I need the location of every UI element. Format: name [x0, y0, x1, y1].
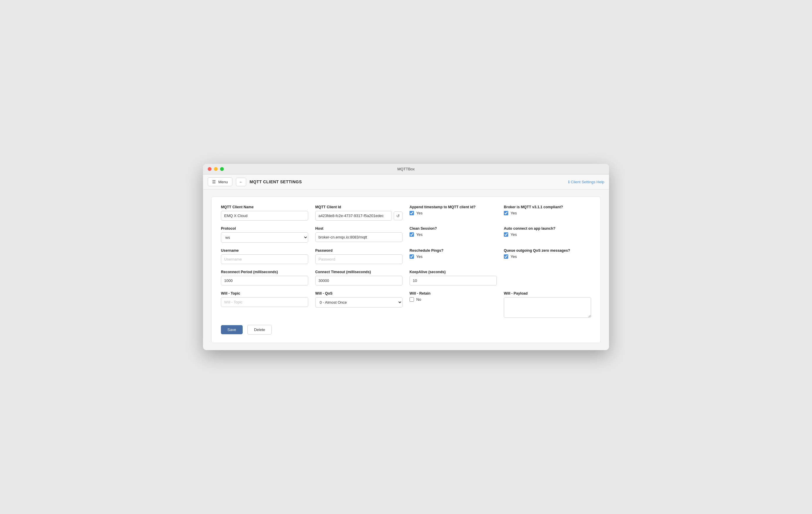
client-id-wrapper: ↺: [315, 211, 403, 220]
window-title: MQTTBox: [397, 167, 414, 171]
protocol-select[interactable]: ws wss mqtt mqtts tcp: [221, 232, 308, 243]
toolbar-left: ☰ Menu ← MQTT CLIENT SETTINGS: [208, 177, 302, 186]
queue-outgoing-checkbox-label: Yes: [511, 254, 517, 259]
password-label: Password: [315, 248, 403, 252]
username-group: Username: [221, 248, 308, 264]
back-button[interactable]: ←: [236, 178, 246, 186]
page-title: MQTT CLIENT SETTINGS: [250, 179, 302, 184]
reschedule-pings-checkbox-group: Yes: [409, 254, 497, 259]
will-retain-label: Will - Retain: [409, 291, 497, 296]
content: MQTT Client Name MQTT Client Id ↺ Append…: [203, 189, 609, 350]
title-bar: MQTTBox: [203, 164, 609, 175]
reconnect-period-group: Reconnect Period (milliseconds): [221, 270, 308, 285]
clean-session-checkbox-row: Yes: [409, 232, 497, 237]
username-input[interactable]: [221, 254, 308, 264]
append-timestamp-checkbox-group: Yes: [409, 211, 497, 215]
will-retain-checkbox-row: No: [409, 297, 497, 302]
reschedule-pings-checkbox[interactable]: [409, 254, 414, 259]
reschedule-pings-group: Reschedule Pings? Yes: [409, 248, 497, 264]
protocol-label: Protocol: [221, 226, 308, 231]
form-card: MQTT Client Name MQTT Client Id ↺ Append…: [211, 196, 601, 343]
info-icon: ℹ: [568, 180, 570, 184]
username-label: Username: [221, 248, 308, 252]
delete-button[interactable]: Delete: [248, 325, 272, 335]
app-window: MQTTBox ☰ Menu ← MQTT CLIENT SETTINGS ℹ …: [203, 164, 609, 350]
will-topic-group: Will - Topic: [221, 291, 308, 318]
host-input[interactable]: [315, 232, 403, 242]
broker-mqtt-checkbox-row: Yes: [504, 211, 591, 215]
auto-connect-checkbox[interactable]: [504, 232, 508, 237]
save-button[interactable]: Save: [221, 325, 243, 334]
refresh-client-id-button[interactable]: ↺: [394, 211, 403, 220]
host-group: Host: [315, 226, 403, 243]
form-grid: MQTT Client Name MQTT Client Id ↺ Append…: [221, 205, 591, 335]
host-label: Host: [315, 226, 403, 231]
back-icon: ←: [239, 180, 243, 184]
hamburger-icon: ☰: [212, 179, 216, 184]
keepalive-label: KeepAlive (seconds): [409, 270, 497, 274]
auto-connect-group: Auto connect on app launch? Yes: [504, 226, 591, 243]
reschedule-pings-checkbox-label: Yes: [416, 254, 423, 259]
broker-mqtt-checkbox[interactable]: [504, 211, 508, 215]
append-timestamp-checkbox[interactable]: [409, 211, 414, 215]
help-label: Client Settings Help: [571, 180, 604, 184]
reschedule-pings-label: Reschedule Pings?: [409, 248, 497, 252]
will-retain-checkbox-group: No: [409, 297, 497, 302]
queue-outgoing-label: Queue outgoing QoS zero messages?: [504, 248, 591, 252]
will-topic-label: Will - Topic: [221, 291, 308, 296]
auto-connect-checkbox-row: Yes: [504, 232, 591, 237]
will-payload-group: Will - Payload: [504, 291, 591, 318]
append-timestamp-checkbox-label: Yes: [416, 211, 423, 215]
reconnect-period-input[interactable]: [221, 276, 308, 285]
append-timestamp-checkbox-row: Yes: [409, 211, 497, 215]
will-payload-label: Will - Payload: [504, 291, 591, 296]
help-link[interactable]: ℹ Client Settings Help: [568, 180, 604, 184]
minimize-button[interactable]: [214, 167, 218, 171]
menu-label: Menu: [218, 180, 228, 184]
append-timestamp-label: Append timestamp to MQTT client id?: [409, 205, 497, 209]
broker-mqtt-checkbox-label: Yes: [511, 211, 517, 215]
toolbar: ☰ Menu ← MQTT CLIENT SETTINGS ℹ Client S…: [203, 175, 609, 189]
queue-outgoing-checkbox-group: Yes: [504, 254, 591, 259]
clean-session-label: Clean Session?: [409, 226, 497, 231]
refresh-icon: ↺: [396, 214, 400, 218]
will-qos-select[interactable]: 0 - Almost Once 1 - At Least Once 2 - Ex…: [315, 297, 403, 307]
will-qos-label: Will - QoS: [315, 291, 403, 296]
action-row: Save Delete: [221, 325, 591, 335]
mqtt-client-id-label: MQTT Client Id: [315, 205, 403, 209]
protocol-group: Protocol ws wss mqtt mqtts tcp: [221, 226, 308, 243]
clean-session-checkbox[interactable]: [409, 232, 414, 237]
auto-connect-label: Auto connect on app launch?: [504, 226, 591, 231]
keepalive-group: KeepAlive (seconds): [409, 270, 497, 285]
queue-outgoing-checkbox-row: Yes: [504, 254, 591, 259]
broker-mqtt-group: Broker is MQTT v3.1.1 compliant? Yes: [504, 205, 591, 220]
broker-mqtt-checkbox-group: Yes: [504, 211, 591, 215]
will-retain-checkbox-label: No: [416, 297, 421, 302]
password-group: Password: [315, 248, 403, 264]
mqtt-client-name-label: MQTT Client Name: [221, 205, 308, 209]
close-button[interactable]: [208, 167, 211, 171]
connect-timeout-group: Connect Timeout (milliseconds): [315, 270, 403, 285]
will-qos-group: Will - QoS 0 - Almost Once 1 - At Least …: [315, 291, 403, 318]
auto-connect-checkbox-group: Yes: [504, 232, 591, 237]
append-timestamp-group: Append timestamp to MQTT client id? Yes: [409, 205, 497, 220]
will-topic-input[interactable]: [221, 297, 308, 307]
empty-group-1: [504, 270, 591, 285]
reconnect-period-label: Reconnect Period (milliseconds): [221, 270, 308, 274]
traffic-lights: [208, 167, 224, 171]
will-retain-checkbox[interactable]: [409, 297, 414, 302]
broker-mqtt-label: Broker is MQTT v3.1.1 compliant?: [504, 205, 591, 209]
mqtt-client-name-input[interactable]: [221, 211, 308, 220]
maximize-button[interactable]: [220, 167, 224, 171]
mqtt-client-id-group: MQTT Client Id ↺: [315, 205, 403, 220]
clean-session-checkbox-group: Yes: [409, 232, 497, 237]
clean-session-checkbox-label: Yes: [416, 232, 423, 237]
will-payload-textarea[interactable]: [504, 297, 591, 318]
connect-timeout-label: Connect Timeout (milliseconds): [315, 270, 403, 274]
queue-outgoing-checkbox[interactable]: [504, 254, 508, 259]
password-input[interactable]: [315, 254, 403, 264]
connect-timeout-input[interactable]: [315, 276, 403, 285]
keepalive-input[interactable]: [409, 276, 497, 285]
mqtt-client-id-input[interactable]: [315, 211, 392, 220]
menu-button[interactable]: ☰ Menu: [208, 177, 232, 186]
